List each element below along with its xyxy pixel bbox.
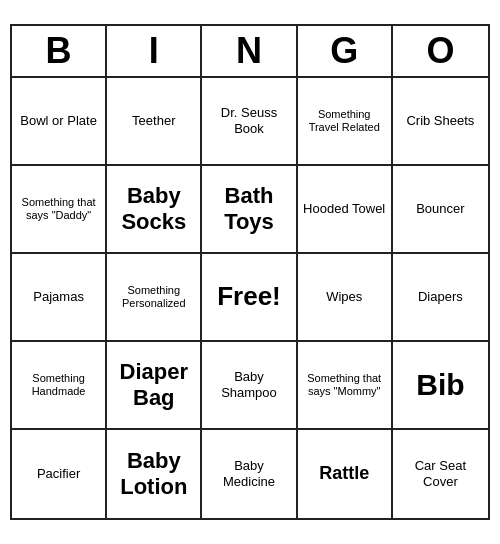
bingo-cell-1: Teether (107, 78, 202, 166)
header-g: G (298, 26, 393, 76)
bingo-cell-2: Dr. Seuss Book (202, 78, 297, 166)
bingo-cell-3: Something Travel Related (298, 78, 393, 166)
bingo-cell-13: Wipes (298, 254, 393, 342)
bingo-cell-15: Something Handmade (12, 342, 107, 430)
bingo-header: B I N G O (12, 26, 488, 78)
header-o: O (393, 26, 488, 76)
bingo-cell-12: Free! (202, 254, 297, 342)
header-b: B (12, 26, 107, 76)
bingo-cell-5: Something that says "Daddy" (12, 166, 107, 254)
bingo-cell-21: Baby Lotion (107, 430, 202, 518)
bingo-cell-0: Bowl or Plate (12, 78, 107, 166)
bingo-cell-16: Diaper Bag (107, 342, 202, 430)
bingo-cell-23: Rattle (298, 430, 393, 518)
bingo-cell-8: Hooded Towel (298, 166, 393, 254)
bingo-cell-17: Baby Shampoo (202, 342, 297, 430)
bingo-cell-9: Bouncer (393, 166, 488, 254)
bingo-cell-7: Bath Toys (202, 166, 297, 254)
bingo-grid: Bowl or PlateTeetherDr. Seuss BookSometh… (12, 78, 488, 518)
bingo-cell-4: Crib Sheets (393, 78, 488, 166)
bingo-cell-10: Pajamas (12, 254, 107, 342)
bingo-cell-11: Something Personalized (107, 254, 202, 342)
bingo-card: B I N G O Bowl or PlateTeetherDr. Seuss … (10, 24, 490, 520)
bingo-cell-6: Baby Socks (107, 166, 202, 254)
header-i: I (107, 26, 202, 76)
bingo-cell-14: Diapers (393, 254, 488, 342)
header-n: N (202, 26, 297, 76)
bingo-cell-19: Bib (393, 342, 488, 430)
bingo-cell-18: Something that says "Mommy" (298, 342, 393, 430)
bingo-cell-20: Pacifier (12, 430, 107, 518)
bingo-cell-22: Baby Medicine (202, 430, 297, 518)
bingo-cell-24: Car Seat Cover (393, 430, 488, 518)
